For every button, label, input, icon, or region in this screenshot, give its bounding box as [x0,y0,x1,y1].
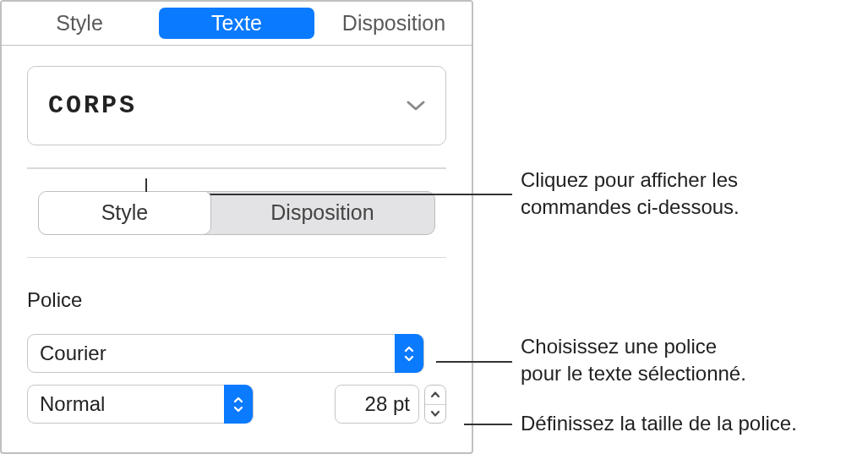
leader-line [464,424,512,425]
font-size-group: 28 pt [335,385,446,424]
segmented-disposition-label: Disposition [270,200,374,225]
annotation-font-size: Définissez la taille de la police. [521,410,797,437]
segmented-disposition-button[interactable]: Disposition [210,192,434,234]
font-size-stepper-down[interactable] [425,405,445,424]
divider [27,167,446,169]
popup-arrows-icon [395,334,423,373]
typeface-value: Normal [40,392,105,416]
font-size-field[interactable]: 28 pt [335,385,419,424]
top-tab-style-label: Style [56,11,103,36]
divider [27,257,446,259]
font-family-value: Courier [40,342,106,365]
annotation-line: Choisissez une police [521,333,746,360]
paragraph-style-popup[interactable]: CORPS [27,66,446,145]
chevron-down-icon [430,410,440,418]
top-tab-texte[interactable]: Texte [159,8,314,39]
annotation-line: Cliquez pour afficher les [521,167,740,194]
font-family-popup[interactable]: Courier [27,334,424,373]
segmented-row: Style Disposition [27,191,446,235]
popup-arrows-icon [224,385,253,424]
annotation-line: pour le texte sélectionné. [521,360,746,387]
annotation-line: Définissez la taille de la police. [521,410,797,437]
format-sidebar-panel: Style Texte Disposition CORPS Style Disp… [0,0,473,454]
top-tab-disposition-label: Disposition [342,11,445,36]
annotation-line: commandes ci-dessous. [521,194,740,221]
typeface-popup[interactable]: Normal [27,385,254,424]
top-tab-bar: Style Texte Disposition [2,2,472,46]
chevron-down-icon [407,100,425,112]
police-section-label: Police [27,288,446,312]
segmented-style-disposition: Style Disposition [38,191,435,235]
top-tab-texte-label: Texte [211,11,262,36]
segmented-style-button[interactable]: Style [38,191,211,235]
annotation-font-choose: Choisissez une police pour le texte séle… [521,333,746,388]
font-size-stepper [424,385,446,424]
top-tab-style[interactable]: Style [2,2,157,45]
chevron-up-icon [430,391,440,398]
leader-line [436,361,512,363]
font-size-value: 28 pt [365,392,410,416]
font-family-row: Courier [27,334,446,373]
font-typeface-size-row: Normal 28 pt [27,385,446,424]
font-size-stepper-up[interactable] [425,386,445,405]
top-tab-disposition[interactable]: Disposition [316,2,472,45]
annotation-style-click: Cliquez pour afficher les commandes ci-d… [521,167,740,222]
paragraph-style-label: CORPS [48,91,137,120]
segmented-style-label: Style [101,200,149,225]
panel-body: CORPS Style Disposition Police Courier [2,46,472,424]
